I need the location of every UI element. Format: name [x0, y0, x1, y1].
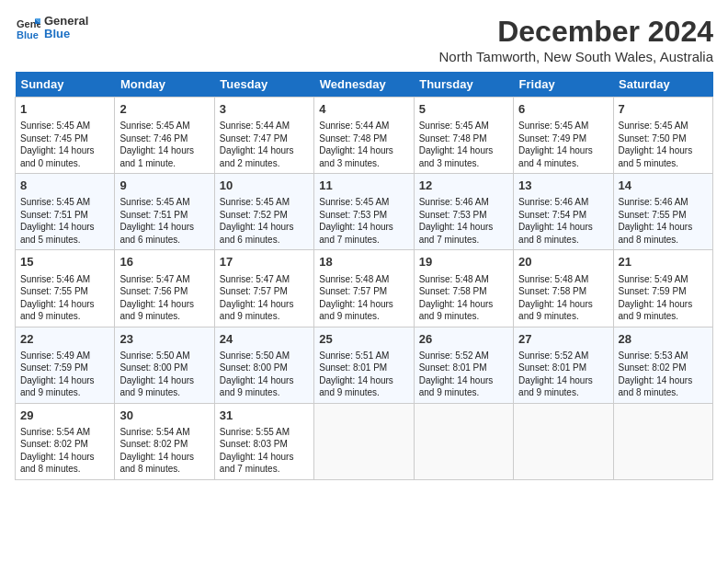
week-row-1: 1Sunrise: 5:45 AM Sunset: 7:45 PM Daylig…: [16, 98, 713, 174]
day-info: Sunrise: 5:48 AM Sunset: 7:58 PM Dayligh…: [518, 273, 608, 323]
day-number: 20: [518, 254, 608, 270]
day-info: Sunrise: 5:45 AM Sunset: 7:46 PM Dayligh…: [119, 120, 209, 169]
calendar-table: SundayMondayTuesdayWednesdayThursdayFrid…: [15, 72, 713, 480]
day-number: 12: [419, 178, 508, 194]
day-info: Sunrise: 5:45 AM Sunset: 7:49 PM Dayligh…: [518, 120, 608, 169]
day-number: 2: [119, 101, 209, 118]
day-info: Sunrise: 5:45 AM Sunset: 7:50 PM Dayligh…: [619, 120, 708, 169]
day-number: 28: [619, 331, 708, 348]
day-number: 5: [419, 101, 508, 118]
calendar-cell: 18Sunrise: 5:48 AM Sunset: 7:57 PM Dayli…: [314, 250, 414, 327]
week-row-3: 15Sunrise: 5:46 AM Sunset: 7:55 PM Dayli…: [16, 250, 713, 327]
day-info: Sunrise: 5:44 AM Sunset: 7:47 PM Dayligh…: [220, 120, 309, 169]
month-title: December 2024: [439, 15, 713, 49]
calendar-cell: 21Sunrise: 5:49 AM Sunset: 7:59 PM Dayli…: [613, 250, 712, 327]
calendar-cell: 2Sunrise: 5:45 AM Sunset: 7:46 PM Daylig…: [115, 98, 214, 174]
day-info: Sunrise: 5:49 AM Sunset: 7:59 PM Dayligh…: [20, 350, 109, 399]
day-info: Sunrise: 5:45 AM Sunset: 7:48 PM Dayligh…: [419, 120, 508, 169]
day-info: Sunrise: 5:45 AM Sunset: 7:51 PM Dayligh…: [119, 196, 209, 246]
calendar-cell: 24Sunrise: 5:50 AM Sunset: 8:00 PM Dayli…: [214, 327, 313, 403]
calendar-cell: [514, 403, 613, 479]
day-number: 13: [518, 178, 608, 194]
day-number: 9: [119, 178, 209, 194]
header-friday: Friday: [514, 72, 613, 98]
calendar-cell: 15Sunrise: 5:46 AM Sunset: 7:55 PM Dayli…: [16, 250, 115, 327]
day-info: Sunrise: 5:46 AM Sunset: 7:54 PM Dayligh…: [518, 196, 608, 246]
day-number: 1: [20, 101, 109, 118]
day-info: Sunrise: 5:53 AM Sunset: 8:02 PM Dayligh…: [619, 350, 708, 399]
calendar-cell: 30Sunrise: 5:54 AM Sunset: 8:02 PM Dayli…: [115, 403, 214, 479]
calendar-cell: 28Sunrise: 5:53 AM Sunset: 8:02 PM Dayli…: [613, 327, 712, 403]
day-number: 19: [419, 254, 508, 270]
day-number: 11: [319, 178, 408, 194]
day-number: 18: [319, 254, 408, 270]
day-number: 17: [220, 254, 309, 270]
day-info: Sunrise: 5:50 AM Sunset: 8:00 PM Dayligh…: [220, 350, 309, 399]
svg-text:Blue: Blue: [17, 29, 39, 40]
day-info: Sunrise: 5:50 AM Sunset: 8:00 PM Dayligh…: [119, 350, 209, 399]
day-number: 30: [119, 408, 209, 424]
page-header: General Blue General Blue December 2024 …: [15, 15, 713, 64]
calendar-cell: 26Sunrise: 5:52 AM Sunset: 8:01 PM Dayli…: [414, 327, 513, 403]
calendar-cell: 1Sunrise: 5:45 AM Sunset: 7:45 PM Daylig…: [16, 98, 115, 174]
day-info: Sunrise: 5:45 AM Sunset: 7:51 PM Dayligh…: [20, 196, 109, 246]
day-number: 10: [220, 178, 309, 194]
day-number: 27: [518, 331, 608, 348]
header-sunday: Sunday: [16, 72, 115, 98]
day-number: 6: [518, 101, 608, 118]
day-number: 21: [619, 254, 708, 270]
calendar-cell: 27Sunrise: 5:52 AM Sunset: 8:01 PM Dayli…: [514, 327, 613, 403]
calendar-cell: 11Sunrise: 5:45 AM Sunset: 7:53 PM Dayli…: [314, 174, 414, 250]
day-info: Sunrise: 5:46 AM Sunset: 7:55 PM Dayligh…: [619, 196, 708, 246]
calendar-cell: 3Sunrise: 5:44 AM Sunset: 7:47 PM Daylig…: [214, 98, 313, 174]
calendar-cell: 31Sunrise: 5:55 AM Sunset: 8:03 PM Dayli…: [214, 403, 313, 479]
calendar-cell: 6Sunrise: 5:45 AM Sunset: 7:49 PM Daylig…: [514, 98, 613, 174]
calendar-cell: 25Sunrise: 5:51 AM Sunset: 8:01 PM Dayli…: [314, 327, 414, 403]
day-number: 4: [319, 101, 408, 118]
header-tuesday: Tuesday: [214, 72, 313, 98]
calendar-header-row: SundayMondayTuesdayWednesdayThursdayFrid…: [16, 72, 713, 98]
header-wednesday: Wednesday: [314, 72, 414, 98]
location-title: North Tamworth, New South Wales, Austral…: [439, 49, 713, 64]
day-info: Sunrise: 5:54 AM Sunset: 8:02 PM Dayligh…: [20, 426, 109, 476]
header-thursday: Thursday: [414, 72, 513, 98]
day-info: Sunrise: 5:52 AM Sunset: 8:01 PM Dayligh…: [419, 350, 508, 399]
day-info: Sunrise: 5:45 AM Sunset: 7:45 PM Dayligh…: [20, 120, 109, 169]
calendar-cell: 5Sunrise: 5:45 AM Sunset: 7:48 PM Daylig…: [414, 98, 513, 174]
calendar-cell: 20Sunrise: 5:48 AM Sunset: 7:58 PM Dayli…: [514, 250, 613, 327]
calendar-cell: 29Sunrise: 5:54 AM Sunset: 8:02 PM Dayli…: [16, 403, 115, 479]
calendar-body: 1Sunrise: 5:45 AM Sunset: 7:45 PM Daylig…: [16, 98, 713, 480]
day-info: Sunrise: 5:51 AM Sunset: 8:01 PM Dayligh…: [319, 350, 408, 399]
calendar-cell: 12Sunrise: 5:46 AM Sunset: 7:53 PM Dayli…: [414, 174, 513, 250]
logo-icon: General Blue: [15, 15, 40, 40]
calendar-cell: 14Sunrise: 5:46 AM Sunset: 7:55 PM Dayli…: [613, 174, 712, 250]
calendar-cell: [414, 403, 513, 479]
calendar-cell: 17Sunrise: 5:47 AM Sunset: 7:57 PM Dayli…: [214, 250, 313, 327]
day-number: 3: [220, 101, 309, 118]
day-info: Sunrise: 5:55 AM Sunset: 8:03 PM Dayligh…: [220, 426, 309, 476]
day-number: 31: [220, 408, 309, 424]
logo: General Blue General Blue: [15, 15, 88, 41]
day-number: 7: [619, 101, 708, 118]
day-number: 14: [619, 178, 708, 194]
calendar-cell: 8Sunrise: 5:45 AM Sunset: 7:51 PM Daylig…: [16, 174, 115, 250]
day-number: 24: [220, 331, 309, 348]
calendar-cell: 22Sunrise: 5:49 AM Sunset: 7:59 PM Dayli…: [16, 327, 115, 403]
day-number: 16: [119, 254, 209, 270]
calendar-cell: 13Sunrise: 5:46 AM Sunset: 7:54 PM Dayli…: [514, 174, 613, 250]
day-info: Sunrise: 5:47 AM Sunset: 7:57 PM Dayligh…: [220, 273, 309, 323]
calendar-cell: 4Sunrise: 5:44 AM Sunset: 7:48 PM Daylig…: [314, 98, 414, 174]
day-number: 26: [419, 331, 508, 348]
header-monday: Monday: [115, 72, 214, 98]
day-info: Sunrise: 5:45 AM Sunset: 7:53 PM Dayligh…: [319, 196, 408, 246]
week-row-4: 22Sunrise: 5:49 AM Sunset: 7:59 PM Dayli…: [16, 327, 713, 403]
calendar-cell: 10Sunrise: 5:45 AM Sunset: 7:52 PM Dayli…: [214, 174, 313, 250]
day-info: Sunrise: 5:48 AM Sunset: 7:58 PM Dayligh…: [419, 273, 508, 323]
day-info: Sunrise: 5:44 AM Sunset: 7:48 PM Dayligh…: [319, 120, 408, 169]
day-info: Sunrise: 5:46 AM Sunset: 7:55 PM Dayligh…: [20, 273, 109, 323]
title-area: December 2024 North Tamworth, New South …: [439, 15, 713, 64]
day-info: Sunrise: 5:45 AM Sunset: 7:52 PM Dayligh…: [220, 196, 309, 246]
day-info: Sunrise: 5:49 AM Sunset: 7:59 PM Dayligh…: [619, 273, 708, 323]
day-info: Sunrise: 5:47 AM Sunset: 7:56 PM Dayligh…: [119, 273, 209, 323]
day-number: 8: [20, 178, 109, 194]
